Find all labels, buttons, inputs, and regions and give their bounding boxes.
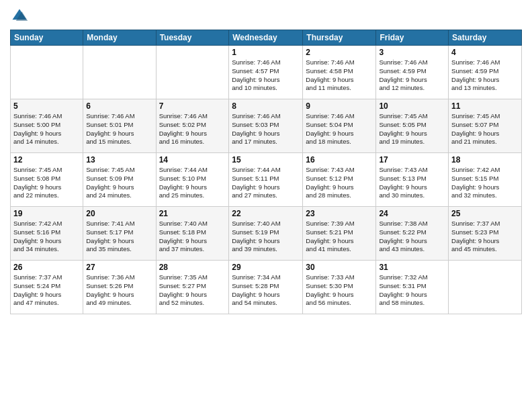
calendar-cell: 1Sunrise: 7:46 AM Sunset: 4:57 PM Daylig… [229, 46, 303, 99]
calendar-cell: 26Sunrise: 7:37 AM Sunset: 5:24 PM Dayli… [11, 261, 83, 314]
day-number: 9 [306, 101, 373, 111]
day-detail: Sunrise: 7:33 AM Sunset: 5:30 PM Dayligh… [306, 273, 373, 308]
calendar-cell: 22Sunrise: 7:40 AM Sunset: 5:19 PM Dayli… [229, 207, 303, 261]
calendar-cell: 17Sunrise: 7:43 AM Sunset: 5:13 PM Dayli… [376, 153, 449, 207]
header [10, 7, 522, 26]
calendar-cell: 10Sunrise: 7:45 AM Sunset: 5:05 PM Dayli… [376, 99, 449, 153]
day-number: 15 [232, 155, 300, 165]
day-number: 10 [379, 101, 445, 111]
day-detail: Sunrise: 7:46 AM Sunset: 4:59 PM Dayligh… [379, 58, 445, 93]
calendar-cell: 3Sunrise: 7:46 AM Sunset: 4:59 PM Daylig… [376, 46, 449, 99]
day-detail: Sunrise: 7:43 AM Sunset: 5:13 PM Dayligh… [379, 166, 445, 200]
day-number: 16 [306, 155, 373, 165]
day-detail: Sunrise: 7:45 AM Sunset: 5:07 PM Dayligh… [451, 112, 519, 146]
day-detail: Sunrise: 7:46 AM Sunset: 4:59 PM Dayligh… [451, 58, 519, 93]
calendar-cell: 29Sunrise: 7:34 AM Sunset: 5:28 PM Dayli… [229, 261, 303, 314]
day-number: 29 [232, 263, 300, 272]
day-number: 7 [159, 101, 226, 111]
calendar-cell [83, 46, 156, 99]
day-detail: Sunrise: 7:45 AM Sunset: 5:08 PM Dayligh… [13, 166, 80, 200]
day-number: 17 [379, 155, 445, 165]
calendar-cell: 14Sunrise: 7:44 AM Sunset: 5:10 PM Dayli… [156, 153, 229, 207]
calendar-table: SundayMondayTuesdayWednesdayThursdayFrid… [10, 30, 522, 314]
day-detail: Sunrise: 7:46 AM Sunset: 5:03 PM Dayligh… [232, 112, 300, 146]
page: SundayMondayTuesdayWednesdayThursdayFrid… [0, 0, 532, 411]
day-number: 27 [86, 263, 152, 272]
day-number: 21 [159, 209, 226, 218]
calendar-cell: 25Sunrise: 7:37 AM Sunset: 5:23 PM Dayli… [449, 207, 522, 261]
day-number: 20 [86, 209, 152, 218]
calendar-cell [11, 46, 83, 99]
day-number: 19 [13, 209, 80, 218]
calendar-cell [156, 46, 229, 99]
logo-icon [10, 7, 29, 26]
day-detail: Sunrise: 7:40 AM Sunset: 5:18 PM Dayligh… [159, 220, 226, 254]
calendar-cell: 16Sunrise: 7:43 AM Sunset: 5:12 PM Dayli… [303, 153, 376, 207]
day-detail: Sunrise: 7:42 AM Sunset: 5:15 PM Dayligh… [451, 166, 519, 200]
day-detail: Sunrise: 7:37 AM Sunset: 5:24 PM Dayligh… [13, 273, 80, 308]
day-detail: Sunrise: 7:36 AM Sunset: 5:26 PM Dayligh… [86, 273, 152, 308]
day-detail: Sunrise: 7:42 AM Sunset: 5:16 PM Dayligh… [13, 220, 80, 254]
day-number: 11 [451, 101, 519, 111]
day-number: 8 [232, 101, 300, 111]
calendar-week-3: 12Sunrise: 7:45 AM Sunset: 5:08 PM Dayli… [11, 153, 522, 207]
day-detail: Sunrise: 7:34 AM Sunset: 5:28 PM Dayligh… [232, 273, 300, 308]
calendar-cell: 6Sunrise: 7:46 AM Sunset: 5:01 PM Daylig… [83, 99, 156, 153]
calendar-cell: 21Sunrise: 7:40 AM Sunset: 5:18 PM Dayli… [156, 207, 229, 261]
day-number: 23 [306, 209, 373, 218]
calendar-cell: 4Sunrise: 7:46 AM Sunset: 4:59 PM Daylig… [449, 46, 522, 99]
day-detail: Sunrise: 7:46 AM Sunset: 4:58 PM Dayligh… [306, 58, 373, 93]
day-number: 1 [232, 48, 300, 57]
day-header-friday: Friday [376, 30, 449, 46]
day-detail: Sunrise: 7:39 AM Sunset: 5:21 PM Dayligh… [306, 220, 373, 254]
day-number: 6 [86, 101, 152, 111]
calendar-cell: 24Sunrise: 7:38 AM Sunset: 5:22 PM Dayli… [376, 207, 449, 261]
calendar-cell: 23Sunrise: 7:39 AM Sunset: 5:21 PM Dayli… [303, 207, 376, 261]
day-detail: Sunrise: 7:45 AM Sunset: 5:09 PM Dayligh… [86, 166, 152, 200]
calendar-cell: 27Sunrise: 7:36 AM Sunset: 5:26 PM Dayli… [83, 261, 156, 314]
day-detail: Sunrise: 7:46 AM Sunset: 4:57 PM Dayligh… [232, 58, 300, 93]
day-number: 25 [451, 209, 519, 218]
day-number: 5 [13, 101, 80, 111]
calendar-week-2: 5Sunrise: 7:46 AM Sunset: 5:00 PM Daylig… [11, 99, 522, 153]
calendar-cell: 2Sunrise: 7:46 AM Sunset: 4:58 PM Daylig… [303, 46, 376, 99]
day-detail: Sunrise: 7:41 AM Sunset: 5:17 PM Dayligh… [86, 220, 152, 254]
calendar-cell: 30Sunrise: 7:33 AM Sunset: 5:30 PM Dayli… [303, 261, 376, 314]
calendar-cell: 18Sunrise: 7:42 AM Sunset: 5:15 PM Dayli… [449, 153, 522, 207]
day-detail: Sunrise: 7:32 AM Sunset: 5:31 PM Dayligh… [379, 273, 445, 308]
day-detail: Sunrise: 7:35 AM Sunset: 5:27 PM Dayligh… [159, 273, 226, 308]
calendar-cell: 8Sunrise: 7:46 AM Sunset: 5:03 PM Daylig… [229, 99, 303, 153]
day-detail: Sunrise: 7:46 AM Sunset: 5:02 PM Dayligh… [159, 112, 226, 146]
calendar-cell: 9Sunrise: 7:46 AM Sunset: 5:04 PM Daylig… [303, 99, 376, 153]
day-number: 28 [159, 263, 226, 272]
day-detail: Sunrise: 7:44 AM Sunset: 5:11 PM Dayligh… [232, 166, 300, 200]
day-detail: Sunrise: 7:45 AM Sunset: 5:05 PM Dayligh… [379, 112, 445, 146]
day-detail: Sunrise: 7:46 AM Sunset: 5:04 PM Dayligh… [306, 112, 373, 146]
day-header-tuesday: Tuesday [156, 30, 229, 46]
day-header-thursday: Thursday [303, 30, 376, 46]
day-detail: Sunrise: 7:43 AM Sunset: 5:12 PM Dayligh… [306, 166, 373, 200]
day-detail: Sunrise: 7:44 AM Sunset: 5:10 PM Dayligh… [159, 166, 226, 200]
day-number: 24 [379, 209, 445, 218]
day-header-monday: Monday [83, 30, 156, 46]
day-number: 12 [13, 155, 80, 165]
day-number: 18 [451, 155, 519, 165]
day-number: 4 [451, 48, 519, 57]
day-detail: Sunrise: 7:37 AM Sunset: 5:23 PM Dayligh… [451, 220, 519, 254]
calendar-cell: 15Sunrise: 7:44 AM Sunset: 5:11 PM Dayli… [229, 153, 303, 207]
calendar-header-row: SundayMondayTuesdayWednesdayThursdayFrid… [11, 30, 522, 46]
calendar-week-4: 19Sunrise: 7:42 AM Sunset: 5:16 PM Dayli… [11, 207, 522, 261]
day-header-sunday: Sunday [11, 30, 83, 46]
day-header-wednesday: Wednesday [229, 30, 303, 46]
calendar-week-1: 1Sunrise: 7:46 AM Sunset: 4:57 PM Daylig… [11, 46, 522, 99]
day-number: 3 [379, 48, 445, 57]
calendar-cell: 7Sunrise: 7:46 AM Sunset: 5:02 PM Daylig… [156, 99, 229, 153]
calendar-cell: 5Sunrise: 7:46 AM Sunset: 5:00 PM Daylig… [11, 99, 83, 153]
calendar-cell: 31Sunrise: 7:32 AM Sunset: 5:31 PM Dayli… [376, 261, 449, 314]
day-number: 14 [159, 155, 226, 165]
day-number: 22 [232, 209, 300, 218]
calendar-cell: 13Sunrise: 7:45 AM Sunset: 5:09 PM Dayli… [83, 153, 156, 207]
day-detail: Sunrise: 7:46 AM Sunset: 5:01 PM Dayligh… [86, 112, 152, 146]
calendar-cell: 11Sunrise: 7:45 AM Sunset: 5:07 PM Dayli… [449, 99, 522, 153]
day-detail: Sunrise: 7:46 AM Sunset: 5:00 PM Dayligh… [13, 112, 80, 146]
